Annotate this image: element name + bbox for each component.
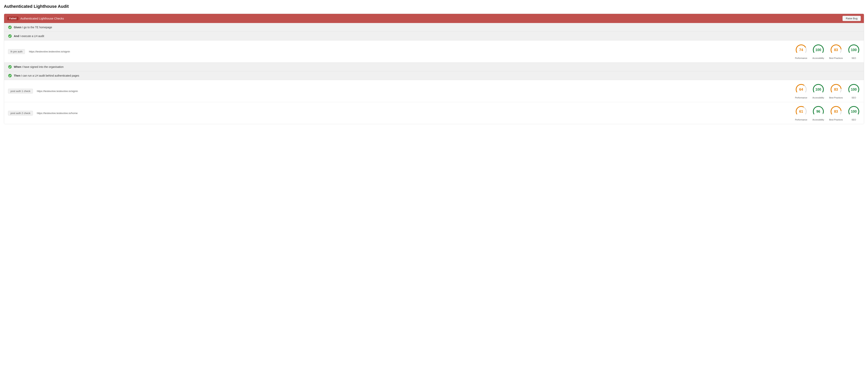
gauge-number: 100: [815, 88, 821, 92]
gauge: 64: [795, 83, 807, 96]
result-row-left: post auth 2 check https://testevolve.tes…: [8, 111, 795, 116]
gauge: 96: [812, 105, 825, 118]
header-bar-left: Failed Authenticated Lighthouse Checks: [7, 17, 64, 20]
page-title: Authenticated Lighthouse Audit: [4, 4, 864, 9]
score-item: 100 SEO: [847, 83, 860, 99]
score-label: SEO: [851, 118, 856, 121]
result-row: post auth 2 check https://testevolve.tes…: [4, 102, 864, 124]
step-text: Given I go to the TE homepage: [14, 26, 52, 29]
result-row-left: post auth 1 check https://testevolve.tes…: [8, 89, 795, 93]
gauge-number: 83: [834, 48, 838, 52]
gauge: 100: [847, 105, 860, 118]
score-item: 83 Best Practices: [829, 105, 843, 121]
tag-label: post auth 1 check: [8, 89, 33, 93]
gauge-number: 74: [799, 48, 803, 52]
gauge-number: 100: [851, 110, 857, 114]
tag-label: post auth 2 check: [8, 111, 33, 116]
score-label: Performance: [795, 96, 807, 99]
score-item: 100 Accessibility: [812, 83, 825, 99]
score-label: SEO: [851, 57, 856, 59]
gauge-number: 83: [834, 88, 838, 92]
score-item: 100 SEO: [847, 105, 860, 121]
score-item: 96 Accessibility: [812, 105, 825, 121]
score-label: Accessibility: [812, 118, 824, 121]
header-bar: Failed Authenticated Lighthouse Checks R…: [4, 14, 864, 23]
gauge: 83: [830, 44, 842, 56]
score-label: Performance: [795, 57, 807, 59]
url-text: https://testevolve.testevolve.io/signin: [37, 90, 78, 93]
svg-point-0: [8, 26, 12, 29]
step-row-and: And I execute a LH audit: [4, 32, 864, 40]
gauge-number: 64: [799, 88, 803, 92]
step-text: When I have signed into the organisation: [14, 65, 63, 68]
svg-point-3: [8, 74, 12, 77]
header-title: Authenticated Lighthouse Checks: [21, 17, 64, 20]
score-label: Best Practices: [829, 118, 843, 121]
scores-container: 61 Performance 96 Accessibility 83 Best …: [795, 105, 860, 121]
result-row: post auth 1 check https://testevolve.tes…: [4, 80, 864, 102]
score-label: Accessibility: [812, 57, 824, 59]
score-item: 100 SEO: [847, 44, 860, 59]
gauge: 100: [847, 44, 860, 56]
scores-container: 74 Performance 100 Accessibility 83 Best…: [795, 44, 860, 59]
gauge-number: 61: [799, 110, 803, 114]
svg-point-1: [8, 34, 12, 38]
gauge-number: 100: [851, 48, 857, 52]
tag-label: lh pre auth: [8, 49, 25, 54]
url-text: https://testevolve.testevolve.io/signin: [29, 50, 70, 53]
step-row-when: When I have signed into the organisation: [4, 62, 864, 71]
score-label: Accessibility: [812, 96, 824, 99]
step-row-then: Then I can run a LH audit behind authent…: [4, 71, 864, 80]
result-row: lh pre auth https://testevolve.testevolv…: [4, 40, 864, 62]
main-card: Failed Authenticated Lighthouse Checks R…: [4, 13, 864, 124]
gauge: 83: [830, 83, 842, 96]
step-text: And I execute a LH audit: [14, 34, 44, 38]
gauge: 74: [795, 44, 807, 56]
result-row-left: lh pre auth https://testevolve.testevolv…: [8, 49, 795, 54]
raise-bug-button[interactable]: Raise Bug: [842, 16, 861, 21]
gauge: 100: [847, 83, 860, 96]
failed-badge: Failed: [7, 17, 19, 20]
score-item: 83 Best Practices: [829, 44, 843, 59]
score-label: Best Practices: [829, 57, 843, 59]
score-label: Performance: [795, 118, 807, 121]
score-label: SEO: [851, 96, 856, 99]
step-text: Then I can run a LH audit behind authent…: [14, 74, 79, 77]
score-item: 100 Accessibility: [812, 44, 825, 59]
gauge-number: 100: [851, 88, 857, 92]
gauge-number: 100: [815, 48, 821, 52]
gauge: 100: [812, 44, 825, 56]
svg-point-2: [8, 65, 12, 68]
score-item: 74 Performance: [795, 44, 807, 59]
gauge: 83: [830, 105, 842, 118]
steps-and-results: Given I go to the TE homepage And I exec…: [4, 23, 864, 124]
score-label: Best Practices: [829, 96, 843, 99]
gauge: 100: [812, 83, 825, 96]
gauge-number: 83: [834, 110, 838, 114]
gauge-number: 96: [816, 110, 820, 114]
score-item: 61 Performance: [795, 105, 807, 121]
url-text: https://testevolve.testevolve.io/home: [37, 112, 78, 115]
score-item: 64 Performance: [795, 83, 807, 99]
gauge: 61: [795, 105, 807, 118]
step-row-given: Given I go to the TE homepage: [4, 23, 864, 32]
scores-container: 64 Performance 100 Accessibility 83 Best…: [795, 83, 860, 99]
score-item: 83 Best Practices: [829, 83, 843, 99]
